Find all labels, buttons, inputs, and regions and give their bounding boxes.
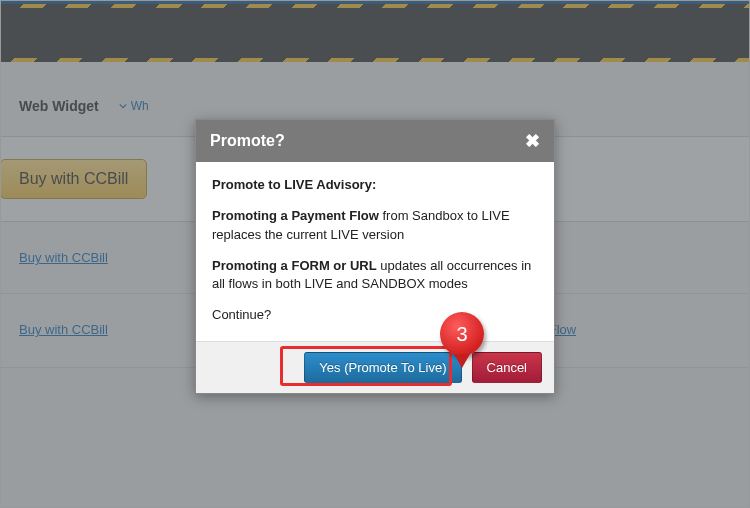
dialog-footer: Yes (Promote To Live) Cancel <box>196 341 554 393</box>
dialog-header: Promote? ✖ <box>196 120 554 162</box>
close-icon[interactable]: ✖ <box>525 132 540 150</box>
cancel-button[interactable]: Cancel <box>472 352 542 383</box>
promote-dialog: Promote? ✖ Promote to LIVE Advisory: Pro… <box>195 119 555 394</box>
para2-strong: Promoting a FORM or URL <box>212 258 377 273</box>
dialog-body: Promote to LIVE Advisory: Promoting a Pa… <box>196 162 554 341</box>
yes-promote-button[interactable]: Yes (Promote To Live) <box>304 352 461 383</box>
confirm-question: Continue? <box>212 306 538 325</box>
advisory-heading: Promote to LIVE Advisory: <box>212 177 376 192</box>
callout-number: 3 <box>456 323 467 346</box>
dialog-title: Promote? <box>210 132 285 150</box>
annotation-callout: 3 <box>440 312 484 356</box>
advisory-paragraph-1: Promoting a Payment Flow from Sandbox to… <box>212 207 538 245</box>
modal-overlay: Promote? ✖ Promote to LIVE Advisory: Pro… <box>1 1 749 507</box>
advisory-paragraph-2: Promoting a FORM or URL updates all occu… <box>212 257 538 295</box>
para1-strong: Promoting a Payment Flow <box>212 208 379 223</box>
